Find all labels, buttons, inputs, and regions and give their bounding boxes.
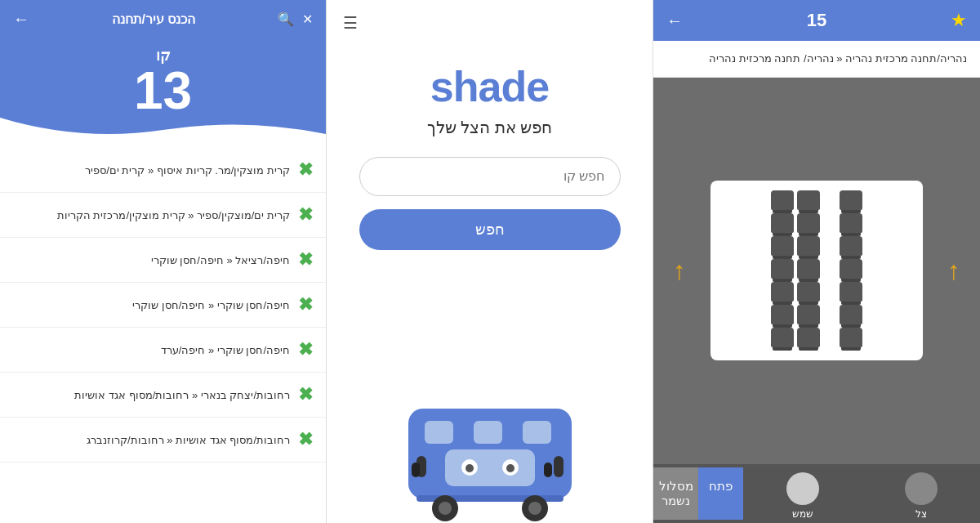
p1-back-button[interactable]: ← — [13, 10, 29, 29]
sun-label-item: שמש — [743, 464, 862, 523]
bus-svg — [400, 392, 580, 523]
seat[interactable] — [840, 213, 862, 233]
open-button[interactable]: פתח — [698, 467, 743, 520]
seat-row — [724, 328, 910, 347]
svg-point-17 — [528, 502, 541, 515]
seat-row — [724, 259, 910, 279]
seat[interactable] — [771, 305, 794, 324]
seat[interactable] — [797, 190, 820, 210]
close-icon[interactable]: ✕ — [302, 11, 313, 27]
hamburger-menu-button[interactable]: ☰ — [327, 0, 374, 46]
search-icon[interactable]: 🔍 — [278, 11, 294, 27]
shade-label-text: צל — [862, 508, 980, 520]
p3-back-button[interactable]: ← — [666, 11, 683, 30]
seat-row — [724, 305, 910, 324]
track-button[interactable]: מסלול נשמר — [653, 467, 698, 520]
search-button[interactable]: חפש — [359, 209, 621, 250]
p1-header-icons: 🔍 ✕ — [278, 11, 313, 27]
seat[interactable] — [797, 259, 820, 279]
p1-title: הכנס עיר/תחנה — [29, 11, 278, 27]
x-icon: ✖ — [298, 339, 313, 360]
svg-rect-12 — [544, 463, 552, 477]
svg-rect-10 — [412, 463, 420, 477]
bottom-bar: צל שמש פתח מסלול נשמר — [653, 464, 980, 523]
p1-route-list: ✖ קרית מוצקין/מר. קריות איסוף « קרית ים/… — [0, 141, 326, 523]
route-text: רחובות/מסוף אגד אושיות « רחובות/קרוזנברג — [13, 434, 290, 446]
panel-search: ☰ shade חפש את הצל שלך חפש — [327, 0, 653, 523]
list-item[interactable]: ✖ קרית ים/מוצקין/ספיר « קרית מוצקין/מרכז… — [0, 193, 326, 238]
route-text: קרית ים/מוצקין/ספיר « קרית מוצקין/מרכזית… — [13, 209, 290, 221]
sun-circle — [786, 472, 819, 505]
x-icon: ✖ — [298, 384, 313, 405]
x-icon: ✖ — [298, 429, 313, 450]
list-item[interactable]: ✖ חיפה/חסן שוקרי « חיפה/חסן שוקרי — [0, 283, 326, 328]
seat[interactable] — [771, 282, 794, 302]
sun-label-text: שמש — [743, 508, 862, 520]
svg-rect-1 — [425, 421, 453, 444]
seat[interactable] — [840, 259, 862, 279]
shade-circle — [905, 472, 938, 505]
seat[interactable] — [840, 328, 862, 347]
list-item[interactable]: ✖ קרית מוצקין/מר. קריות איסוף « קרית ים/… — [0, 148, 326, 193]
p1-number-section: קו 13 — [0, 38, 326, 141]
seat-row — [724, 213, 910, 233]
svg-rect-2 — [474, 421, 502, 444]
route-text: חיפה/חסן שוקרי « חיפה/חסן שוקרי — [13, 299, 290, 311]
app-title: shade — [430, 62, 549, 111]
seat[interactable] — [797, 305, 820, 324]
seat[interactable] — [840, 190, 862, 210]
x-icon: ✖ — [298, 249, 313, 270]
list-item[interactable]: ✖ רחובות/יצחק בנארי « רחובות/מסוף אגד או… — [0, 373, 326, 418]
svg-rect-3 — [523, 421, 551, 444]
app-subtitle: חפש את הצל שלך — [427, 118, 553, 137]
x-icon: ✖ — [298, 159, 313, 181]
panel-routes: ← הכנס עיר/תחנה 🔍 ✕ קו 13 ✖ קרית מוצקין/… — [0, 0, 327, 523]
seat[interactable] — [771, 328, 794, 347]
p3-route-text: נהריה/תחנה מרכזית נהריה « נהריה/ תחנה מר… — [653, 41, 980, 78]
seat[interactable] — [771, 236, 794, 256]
scroll-up-right-arrow[interactable]: ↑ — [947, 256, 960, 286]
seat[interactable] — [797, 282, 820, 302]
star-icon[interactable]: ★ — [951, 10, 967, 31]
route-text: רחובות/יצחק בנארי « רחובות/מסוף אגד אושי… — [13, 389, 290, 401]
route-text: חיפה/רציאל « חיפה/חסן שוקרי — [13, 254, 290, 266]
seat-row — [724, 236, 910, 256]
seat[interactable] — [797, 236, 820, 256]
svg-rect-11 — [554, 456, 564, 477]
search-input[interactable] — [359, 157, 621, 196]
seat[interactable] — [771, 190, 794, 210]
list-item[interactable]: ✖ חיפה/חסן שוקרי « חיפה/ערד — [0, 328, 326, 373]
action-buttons: פתח מסלול נשמר — [653, 467, 743, 520]
seat[interactable] — [797, 213, 820, 233]
seat[interactable] — [840, 305, 862, 324]
seat[interactable] — [840, 282, 862, 302]
svg-rect-4 — [445, 449, 535, 486]
p3-line-number: 15 — [683, 10, 951, 31]
x-icon: ✖ — [298, 204, 313, 226]
seat[interactable] — [797, 328, 820, 347]
shade-label-item: צל — [862, 464, 980, 523]
route-text: קרית מוצקין/מר. קריות איסוף « קרית ים/ספ… — [13, 164, 290, 177]
shade-sun-labels: צל שמש — [743, 464, 980, 523]
seat-row — [724, 282, 910, 302]
seat[interactable] — [771, 213, 794, 233]
panel3-header: ← 15 ★ — [653, 0, 980, 41]
svg-point-15 — [439, 502, 452, 515]
panel-seats: ← 15 ★ נהריה/תחנה מרכזית נהריה « נהריה/ … — [653, 0, 980, 523]
seat-map-area: ↑ — [653, 78, 980, 465]
wave-decoration — [0, 118, 326, 142]
svg-point-8 — [506, 464, 514, 472]
scroll-up-left-arrow[interactable]: ↑ — [673, 256, 686, 286]
seat[interactable] — [840, 236, 862, 256]
route-text: חיפה/חסן שוקרי « חיפה/ערד — [13, 344, 290, 356]
svg-point-7 — [466, 464, 474, 472]
list-item[interactable]: ✖ חיפה/רציאל « חיפה/חסן שוקרי — [0, 238, 326, 283]
list-item[interactable]: ✖ רחובות/מסוף אגד אושיות « רחובות/קרוזנב… — [0, 418, 326, 463]
seat-container — [710, 181, 923, 360]
bus-illustration — [400, 250, 580, 523]
seat[interactable] — [771, 259, 794, 279]
seat-row — [724, 190, 910, 210]
p1-line-number: 13 — [0, 65, 326, 117]
x-icon: ✖ — [298, 294, 313, 315]
panel1-header: ← הכנס עיר/תחנה 🔍 ✕ — [0, 0, 326, 38]
